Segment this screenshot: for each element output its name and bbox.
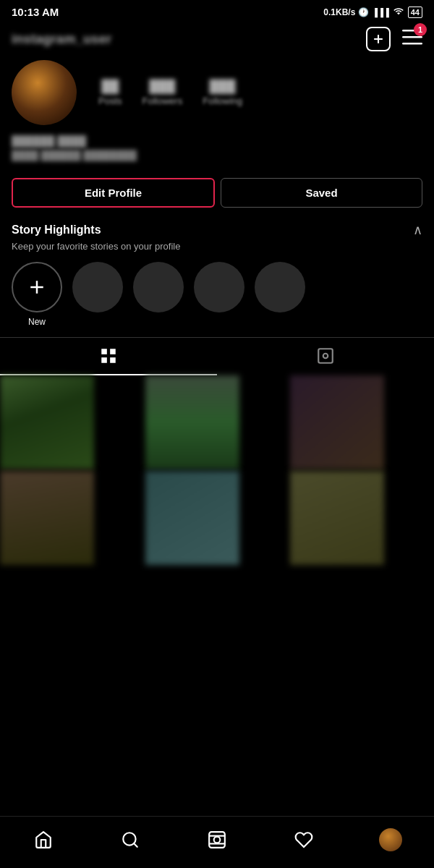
photo-cell-6[interactable] [290,471,384,565]
stat-posts: ██ Posts [98,80,122,106]
nav-activity[interactable] [286,822,322,858]
highlights-collapse-icon[interactable]: ∧ [413,222,422,238]
photo-cell-3[interactable] [290,375,384,469]
notification-badge: 1 [414,23,427,36]
edit-profile-button[interactable]: Edit Profile [12,178,215,208]
svg-rect-8 [110,349,116,354]
photo-cell-1[interactable] [0,375,94,469]
nav-home[interactable] [25,822,61,858]
svg-rect-7 [101,349,107,354]
action-buttons: Edit Profile Saved [0,172,434,216]
svg-rect-4 [402,43,422,45]
clock-icon: 🕐 [358,7,369,17]
menu-button[interactable]: 1 [402,27,422,51]
svg-line-14 [134,843,137,847]
profile-info: ██████ ████ ████ ██████ ████████ [12,135,422,161]
svg-point-12 [323,354,328,359]
tab-tagged[interactable] [217,338,434,375]
saved-button[interactable]: Saved [221,178,422,208]
avatar [12,60,77,125]
stat-followers: ███ Followers [142,80,183,106]
highlights-list: New [12,262,422,327]
tab-grid[interactable] [0,338,217,375]
highlight-item-4[interactable] [255,262,305,312]
bottom-nav [0,816,434,868]
signal-icon: ▐▐▐ [372,8,388,17]
highlight-item-3[interactable] [194,262,244,312]
profile-section: ██ Posts ███ Followers ███ Following ███… [0,60,434,172]
nav-reels[interactable] [199,822,235,858]
highlights-title: Story Highlights [12,224,101,237]
highlights-subtitle: Keep your favorite stories on your profi… [12,241,422,252]
highlight-item-1[interactable] [72,262,123,312]
svg-rect-10 [110,357,116,363]
photo-cell-5[interactable] [145,471,239,565]
nav-profile[interactable] [373,822,409,858]
highlight-circle-1 [72,262,123,312]
username-display: instagram_user [12,32,111,47]
story-highlights: Story Highlights ∧ Keep your favorite st… [0,216,434,331]
highlight-item-2[interactable] [133,262,184,312]
new-highlight-label: New [28,317,46,327]
add-post-button[interactable] [366,27,391,51]
photo-cell-4[interactable] [0,471,94,565]
svg-rect-9 [101,357,107,363]
nav-search[interactable] [112,822,148,858]
status-time: 10:13 AM [12,6,59,18]
svg-rect-15 [209,832,225,848]
highlight-circle-2 [133,262,184,312]
header: instagram_user 1 [0,21,434,60]
photo-grid [0,375,434,565]
stat-following: ███ Following [203,80,242,106]
photo-cell-2[interactable] [145,375,239,469]
svg-rect-3 [402,36,422,38]
svg-rect-11 [318,349,333,363]
nav-avatar [379,828,402,851]
media-tabs [0,337,434,375]
svg-point-16 [214,836,221,843]
wifi-icon [392,6,405,18]
network-speed: 0.1KB/s [323,7,355,17]
highlight-circle-3 [194,262,244,312]
add-highlight-button[interactable] [12,262,62,312]
status-icons: 0.1KB/s 🕐 ▐▐▐ 44 [323,6,422,18]
status-bar: 10:13 AM 0.1KB/s 🕐 ▐▐▐ 44 [0,0,434,21]
highlights-header: Story Highlights ∧ [12,222,422,238]
battery-icon: 44 [408,7,422,18]
highlight-new-item[interactable]: New [12,262,62,327]
highlight-circle-4 [255,262,305,312]
profile-top: ██ Posts ███ Followers ███ Following [12,60,422,125]
profile-stats: ██ Posts ███ Followers ███ Following [98,80,422,106]
header-icons: 1 [366,27,422,51]
